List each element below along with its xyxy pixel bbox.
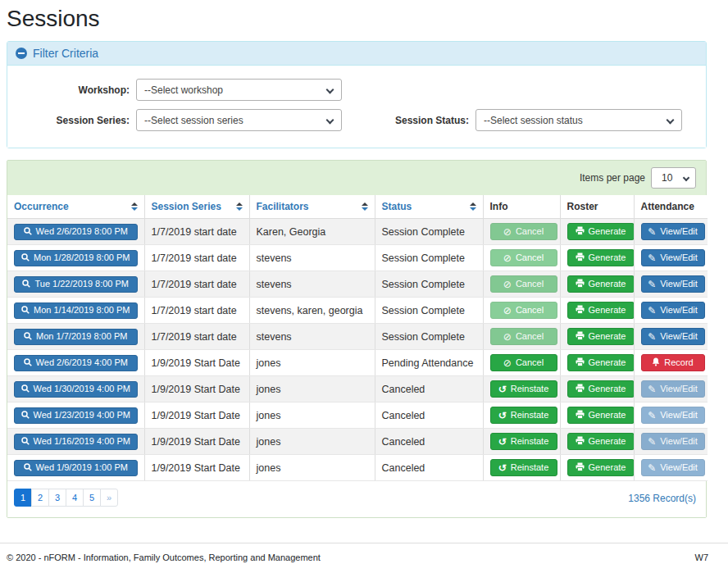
attendance-view-edit-button[interactable]: ✎View/Edit (641, 302, 705, 319)
column-header-info: Info (483, 195, 560, 219)
sort-icon (362, 202, 368, 211)
info-cancel-button[interactable]: ⊘Cancel (490, 275, 557, 293)
table-row: Wed 1/30/2019 4:00 PM1/9/2019 Start Date… (7, 376, 708, 402)
status-cell: Session Complete (375, 324, 483, 350)
attendance-view-edit-button[interactable]: ✎View/Edit (641, 249, 705, 266)
occurrence-button[interactable]: Wed 1/9/2019 1:00 PM (14, 460, 138, 476)
table-row: Wed 2/6/2019 8:00 PM1/7/2019 start dateK… (7, 219, 708, 245)
chevron-down-icon (326, 86, 334, 94)
info-cell: ⊘Cancel (483, 324, 560, 350)
roster-generate-button[interactable]: Generate (567, 275, 635, 293)
roster-generate-button[interactable]: Generate (567, 249, 635, 266)
roster-generate-button[interactable]: Generate (567, 407, 635, 424)
pagination-page-2[interactable]: 2 (31, 489, 49, 507)
info-cancel-button[interactable]: ⊘Cancel (490, 223, 557, 240)
column-header-roster: Roster (560, 195, 634, 219)
info-cancel-button[interactable]: ⊘Cancel (490, 328, 557, 345)
pencil-icon: ✎ (648, 463, 656, 473)
button-label: Reinstate (511, 384, 548, 393)
button-label: Generate (589, 332, 626, 341)
pencil-icon: ✎ (648, 437, 656, 447)
button-label: View/Edit (660, 253, 698, 262)
workshop-select-value: --Select workshop (144, 84, 223, 96)
button-label: Cancel (516, 358, 544, 367)
table-row: Wed 2/6/2019 4:00 PM1/9/2019 Start Datej… (7, 350, 708, 376)
column-header-facilitators[interactable]: Facilitators (249, 195, 375, 219)
occurrence-button[interactable]: Wed 2/6/2019 4:00 PM (14, 355, 138, 371)
occurrence-button[interactable]: Mon 1/7/2019 8:00 PM (14, 329, 138, 345)
column-label: Roster (567, 201, 598, 212)
status-cell: Pending Attendance (375, 350, 483, 376)
info-reinstate-button[interactable]: ↺Reinstate (490, 433, 557, 450)
info-cancel-button[interactable]: ⊘Cancel (490, 302, 557, 319)
occurrence-button[interactable]: Tue 1/22/2019 8:00 PM (14, 276, 138, 293)
attendance-view-edit-button[interactable]: ✎View/Edit (641, 407, 705, 424)
occurrence-button[interactable]: Wed 1/30/2019 4:00 PM (14, 381, 138, 398)
attendance-view-edit-button[interactable]: ✎View/Edit (641, 328, 705, 345)
session-series-select[interactable]: --Select session series (136, 109, 342, 131)
roster-generate-button[interactable]: Generate (567, 223, 635, 240)
attendance-cell: ✎View/Edit (634, 376, 708, 402)
occurrence-button[interactable]: Mon 1/28/2019 8:00 PM (14, 250, 138, 266)
filter-panel-header[interactable]: Filter Criteria (7, 42, 706, 66)
roster-generate-button[interactable]: Generate (567, 459, 635, 476)
status-cell: Session Complete (375, 271, 483, 298)
session-series-cell: 1/9/2019 Start Date (144, 429, 249, 455)
attendance-view-edit-button[interactable]: ✎View/Edit (641, 380, 705, 398)
page-title: Sessions (7, 6, 707, 32)
occurrence-button[interactable]: Wed 1/16/2019 4:00 PM (14, 434, 138, 450)
items-per-page-select[interactable]: 10 (651, 167, 696, 189)
pagination-page-5[interactable]: 5 (83, 489, 101, 507)
info-reinstate-button[interactable]: ↺Reinstate (490, 407, 557, 424)
facilitators-cell: jones (249, 350, 375, 376)
column-header-occurrence[interactable]: Occurrence (7, 195, 144, 219)
workshop-select[interactable]: --Select workshop (136, 79, 342, 101)
attendance-cell: ✎View/Edit (634, 324, 708, 350)
pagination-page-1[interactable]: 1 (14, 489, 32, 507)
button-label: Generate (589, 253, 626, 262)
pagination-page-3[interactable]: 3 (48, 489, 66, 507)
attendance-view-edit-button[interactable]: ✎View/Edit (641, 459, 705, 476)
attendance-view-edit-button[interactable]: ✎View/Edit (641, 223, 705, 240)
column-header-attendance: Attendance (634, 195, 708, 219)
attendance-view-edit-button[interactable]: ✎View/Edit (641, 275, 705, 293)
info-cancel-button[interactable]: ⊘Cancel (490, 249, 557, 266)
copyright-text: © 2020 - nFORM - Information, Family Out… (7, 553, 321, 562)
button-label: View/Edit (660, 332, 698, 341)
cancel-icon: ⊘ (503, 227, 512, 237)
session-series-label: Session Series: (7, 115, 136, 126)
attendance-view-edit-button[interactable]: ✎View/Edit (641, 433, 705, 450)
session-series-cell: 1/7/2019 start date (144, 219, 249, 245)
info-reinstate-button[interactable]: ↺Reinstate (490, 380, 557, 398)
roster-cell: Generate (560, 324, 634, 350)
roster-generate-button[interactable]: Generate (567, 433, 635, 450)
button-label: Mon 1/28/2019 8:00 PM (34, 253, 130, 262)
roster-generate-button[interactable]: Generate (567, 302, 635, 319)
attendance-record-button[interactable]: Record (641, 354, 705, 371)
button-label: Record (664, 358, 693, 367)
occurrence-button[interactable]: Wed 1/23/2019 4:00 PM (14, 407, 138, 424)
session-status-select[interactable]: --Select session status (475, 109, 682, 131)
chevron-down-icon (667, 116, 675, 125)
sessions-table: OccurrenceSession SeriesFacilitatorsStat… (7, 195, 708, 481)
pagination-page-4[interactable]: 4 (66, 489, 84, 507)
facilitators-cell: jones (249, 402, 375, 429)
session-series-cell: 1/7/2019 start date (144, 245, 249, 271)
sort-icon (236, 202, 243, 211)
session-series-cell: 1/9/2019 Start Date (144, 350, 249, 376)
occurrence-button[interactable]: Wed 2/6/2019 8:00 PM (14, 224, 138, 240)
column-header-status[interactable]: Status (375, 195, 483, 219)
button-label: Cancel (516, 253, 544, 262)
search-icon (21, 253, 30, 263)
info-cancel-button[interactable]: ⊘Cancel (490, 354, 557, 371)
pagination-next-button[interactable]: » (100, 489, 118, 507)
roster-generate-button[interactable]: Generate (567, 328, 635, 345)
roster-generate-button[interactable]: Generate (567, 380, 635, 398)
info-cell: ↺Reinstate (483, 376, 560, 402)
info-reinstate-button[interactable]: ↺Reinstate (490, 459, 557, 476)
column-header-session-series[interactable]: Session Series (144, 195, 249, 219)
chevron-down-icon (326, 116, 334, 125)
table-row: Mon 1/28/2019 8:00 PM1/7/2019 start date… (7, 245, 708, 271)
roster-generate-button[interactable]: Generate (567, 354, 635, 371)
occurrence-button[interactable]: Mon 1/14/2019 8:00 PM (14, 302, 138, 319)
